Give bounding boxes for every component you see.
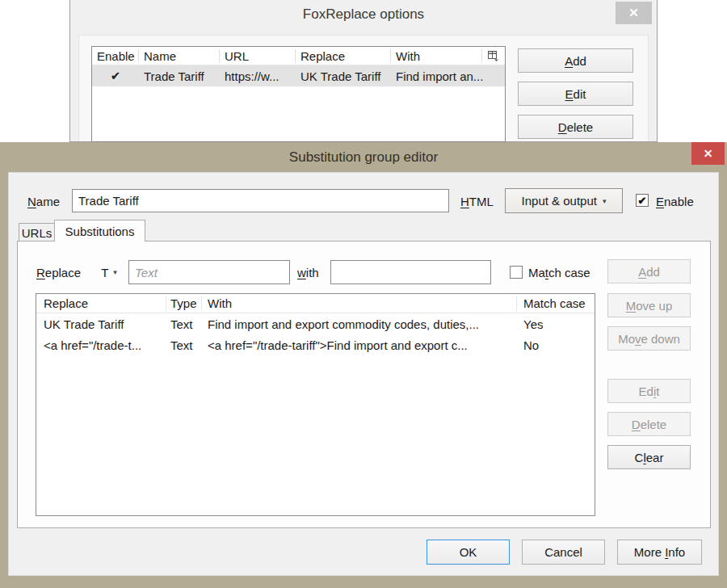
substitution-row[interactable]: UK Trade Tariff Text Find import and exp… bbox=[36, 313, 595, 334]
substitutions-table-header: Replace Type With Match case bbox=[36, 294, 595, 313]
html-mode-dropdown[interactable]: Input & output ▾ bbox=[505, 188, 623, 213]
column-header-replace[interactable]: Replace bbox=[36, 296, 166, 311]
column-header-match-case[interactable]: Match case bbox=[517, 296, 595, 311]
html-mode-value: Input & output bbox=[522, 194, 597, 208]
editor-close-button[interactable]: ✕ bbox=[691, 142, 725, 165]
move-up-button[interactable]: Move up bbox=[607, 293, 691, 317]
column-header-type[interactable]: Type bbox=[166, 296, 202, 311]
match-case-checkbox[interactable] bbox=[510, 266, 523, 279]
column-header-with[interactable]: With bbox=[391, 49, 482, 63]
enable-label: Enable bbox=[656, 195, 694, 208]
tab-urls[interactable]: URLs bbox=[19, 223, 55, 242]
options-table-header: Enable Name URL Replace With bbox=[92, 47, 505, 65]
options-delete-button[interactable]: Delete bbox=[518, 115, 633, 139]
options-substitution-groups-table: Enable Name URL Replace With ✔ Trade Tar… bbox=[91, 46, 506, 142]
row-url: https://w... bbox=[220, 69, 296, 83]
column-header-with[interactable]: With bbox=[202, 296, 517, 311]
column-header-url[interactable]: URL bbox=[220, 49, 296, 63]
match-case-label: Match case bbox=[528, 266, 590, 279]
with-label: with bbox=[297, 266, 319, 279]
name-input[interactable] bbox=[72, 189, 449, 212]
substitutions-tab-panel: Replace T ▾ with Match case Add Move up … bbox=[17, 241, 711, 528]
options-add-button[interactable]: Add bbox=[518, 48, 633, 73]
name-label: Name bbox=[27, 195, 60, 208]
tab-substitutions[interactable]: Substitutions bbox=[54, 220, 145, 242]
replace-type-value: T bbox=[101, 266, 108, 279]
row-replace: UK Trade Tariff bbox=[296, 69, 391, 83]
close-icon: ✕ bbox=[704, 147, 713, 160]
substitution-group-editor-dialog: Substitution group editor ✕ Name HTML In… bbox=[0, 142, 727, 588]
substitution-delete-button[interactable]: Delete bbox=[607, 412, 691, 436]
substitutions-table: Replace Type With Match case UK Trade Ta… bbox=[36, 293, 595, 516]
move-down-button[interactable]: Move down bbox=[607, 326, 691, 351]
row-enable-check: ✔ bbox=[92, 69, 139, 83]
with-input[interactable] bbox=[330, 260, 491, 284]
options-edit-button[interactable]: Edit bbox=[518, 82, 633, 106]
column-header-enable[interactable]: Enable bbox=[92, 49, 139, 63]
options-close-button[interactable]: ✕ bbox=[616, 2, 652, 24]
editor-dialog-title: Substitution group editor bbox=[0, 149, 727, 166]
row-name: Trade Tariff bbox=[139, 69, 220, 83]
foxreplace-options-dialog: FoxReplace options ✕ Enable Name URL Rep… bbox=[69, 0, 658, 142]
ok-button[interactable]: OK bbox=[427, 540, 510, 565]
enable-checkbox[interactable]: ✔ bbox=[636, 194, 649, 207]
substitution-edit-button[interactable]: Edit bbox=[607, 379, 691, 403]
close-icon: ✕ bbox=[628, 6, 639, 20]
replace-input[interactable] bbox=[128, 260, 290, 284]
options-dialog-title: FoxReplace options bbox=[70, 6, 657, 23]
substitution-row[interactable]: <a href="/trade-t... Text <a href="/trad… bbox=[36, 334, 595, 355]
substitution-add-button[interactable]: Add bbox=[607, 259, 691, 284]
replace-label: Replace bbox=[36, 266, 81, 279]
cancel-button[interactable]: Cancel bbox=[522, 540, 605, 565]
column-picker-icon[interactable] bbox=[482, 49, 505, 63]
clear-button[interactable]: Clear bbox=[607, 445, 691, 469]
replace-type-selector[interactable]: T ▾ bbox=[95, 262, 124, 282]
more-info-button[interactable]: More Info bbox=[617, 540, 702, 565]
editor-dialog-content: Name HTML Input & output ▾ ✔ Enable URLs… bbox=[8, 172, 719, 576]
row-with: Find import an... bbox=[391, 69, 505, 83]
column-header-name[interactable]: Name bbox=[139, 49, 220, 63]
column-header-replace[interactable]: Replace bbox=[296, 49, 391, 63]
chevron-down-icon: ▾ bbox=[113, 268, 117, 276]
check-icon: ✔ bbox=[638, 195, 647, 206]
chevron-down-icon: ▾ bbox=[603, 197, 607, 205]
options-table-row[interactable]: ✔ Trade Tariff https://w... UK Trade Tar… bbox=[92, 65, 505, 86]
html-label: HTML bbox=[460, 195, 494, 208]
